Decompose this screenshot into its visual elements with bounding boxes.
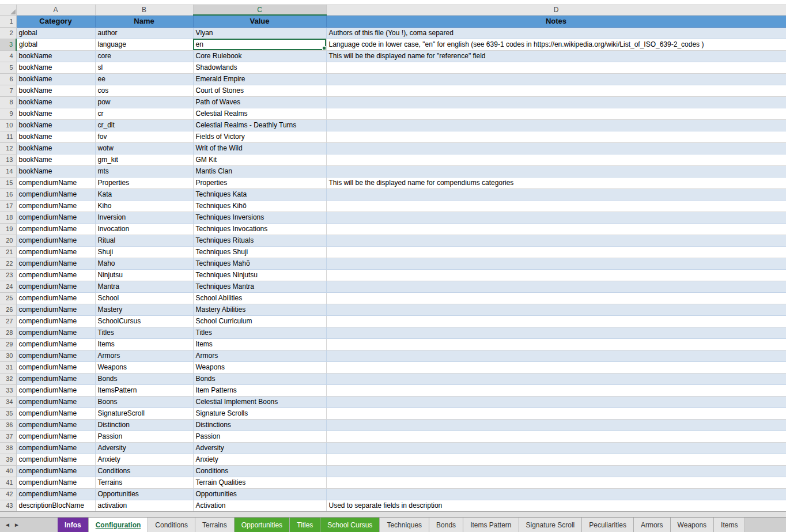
cell-category[interactable]: bookName [16,62,95,73]
cell-notes[interactable] [326,62,786,73]
cell-value[interactable]: en [193,39,326,50]
sheet-tab-infos[interactable]: Infos [58,518,89,532]
cell-value[interactable]: Core Rulebook [193,50,326,62]
cell-notes[interactable] [326,373,786,384]
row-header-6[interactable]: 6 [0,73,16,85]
cell-value[interactable]: Mastery Abilities [193,304,326,315]
cell-name[interactable]: cr [95,108,193,119]
row-header-33[interactable]: 33 [0,384,16,396]
row-header-34[interactable]: 34 [0,396,16,408]
cell-value[interactable]: Techniques Mantra [193,281,326,292]
cell-notes[interactable] [326,304,786,315]
cell-category[interactable]: compendiumName [16,269,95,281]
cell-value[interactable]: School Abilities [193,292,326,304]
row-header-7[interactable]: 7 [0,85,16,96]
cell-notes[interactable] [326,131,786,142]
cell-value[interactable]: Opportunities [193,488,326,500]
cell-value[interactable]: Techniques Kihõ [193,200,326,212]
row-header-26[interactable]: 26 [0,304,16,315]
cell-name[interactable]: mts [95,165,193,177]
cell-category[interactable]: compendiumName [16,304,95,315]
cell-notes[interactable]: This will be the displayed name for "ref… [326,50,786,62]
cell-name[interactable]: Kiho [95,200,193,212]
cell-notes[interactable] [326,142,786,154]
cell-value[interactable]: Weapons [193,361,326,373]
cell-notes[interactable] [326,488,786,500]
cell-value[interactable]: Techniques Ninjutsu [193,269,326,281]
sheet-tab-techniques[interactable]: Techniques [380,518,429,532]
cell-category[interactable]: compendiumName [16,223,95,235]
cell-category[interactable]: compendiumName [16,384,95,396]
row-header-22[interactable]: 22 [0,258,16,269]
cell-category[interactable]: compendiumName [16,338,95,350]
row-header-38[interactable]: 38 [0,442,16,454]
cell-value[interactable]: Adversity [193,442,326,454]
cell-notes[interactable] [326,396,786,408]
cell-name[interactable]: Opportunities [95,488,193,500]
row-header-10[interactable]: 10 [0,119,16,131]
cell-name[interactable]: Conditions [95,465,193,477]
cell-category[interactable]: compendiumName [16,419,95,431]
cell-name[interactable]: Mastery [95,304,193,315]
cell-category[interactable]: compendiumName [16,488,95,500]
cell-name[interactable]: Armors [95,350,193,361]
cell-category[interactable]: bookName [16,85,95,96]
cell-value[interactable]: Terrain Qualities [193,477,326,488]
cell-name[interactable]: wotw [95,142,193,154]
sheet-tab-signature-scroll[interactable]: Signature Scroll [519,518,583,532]
row-header-2[interactable]: 2 [0,27,16,39]
tabs-scroll-left-icon[interactable]: ◄ [5,522,10,528]
cell-category[interactable]: bookName [16,96,95,108]
cell-name[interactable]: activation [95,500,193,511]
header-cell-category[interactable]: Category [16,15,95,27]
cell-notes[interactable]: This will be the displayed name for comp… [326,177,786,188]
cell-value[interactable]: Techniques Shuji [193,246,326,258]
row-header-19[interactable]: 19 [0,223,16,235]
cell-name[interactable]: cr_dlt [95,119,193,131]
cell-category[interactable]: compendiumName [16,454,95,465]
cell-value[interactable]: Vlyan [193,27,326,39]
cell-category[interactable]: compendiumName [16,212,95,223]
row-header-23[interactable]: 23 [0,269,16,281]
row-header-24[interactable]: 24 [0,281,16,292]
sheet-tab-items-pattern[interactable]: Items Pattern [463,518,519,532]
cell-category[interactable]: compendiumName [16,408,95,419]
column-header-C[interactable]: C [193,5,326,15]
cell-category[interactable]: bookName [16,142,95,154]
cell-category[interactable]: compendiumName [16,361,95,373]
row-header-29[interactable]: 29 [0,338,16,350]
cell-value[interactable]: Mantis Clan [193,165,326,177]
row-header-8[interactable]: 8 [0,96,16,108]
cell-category[interactable]: compendiumName [16,477,95,488]
cell-name[interactable]: Distinction [95,419,193,431]
cell-name[interactable]: Weapons [95,361,193,373]
cell-value[interactable]: Conditions [193,465,326,477]
sheet-tab-weapons[interactable]: Weapons [671,518,714,532]
cell-name[interactable]: Properties [95,177,193,188]
header-cell-notes[interactable]: Notes [326,15,786,27]
row-header-28[interactable]: 28 [0,327,16,338]
cell-notes[interactable] [326,73,786,85]
cell-value[interactable]: School Curriculum [193,315,326,327]
sheet-tab-bonds[interactable]: Bonds [429,518,463,532]
cell-notes[interactable] [326,327,786,338]
cell-value[interactable]: Armors [193,350,326,361]
cell-notes[interactable] [326,223,786,235]
cell-category[interactable]: compendiumName [16,315,95,327]
cell-value[interactable]: Techniques Kata [193,188,326,200]
cell-notes[interactable] [326,454,786,465]
cell-notes[interactable] [326,315,786,327]
cell-value[interactable]: Celestial Implement Boons [193,396,326,408]
sheet-tab-conditions[interactable]: Conditions [148,518,195,532]
cell-value[interactable]: Anxiety [193,454,326,465]
cell-name[interactable]: Ritual [95,235,193,246]
row-header-13[interactable]: 13 [0,154,16,165]
cell-notes[interactable] [326,465,786,477]
cell-category[interactable]: compendiumName [16,200,95,212]
header-cell-value[interactable]: Value [193,15,326,27]
cell-notes[interactable] [326,431,786,442]
cell-category[interactable]: descriptionBlocName [16,500,95,511]
select-all-corner[interactable] [0,5,16,15]
row-header-1[interactable]: 1 [0,15,16,27]
sheet-tab-items[interactable]: Items [714,518,745,532]
